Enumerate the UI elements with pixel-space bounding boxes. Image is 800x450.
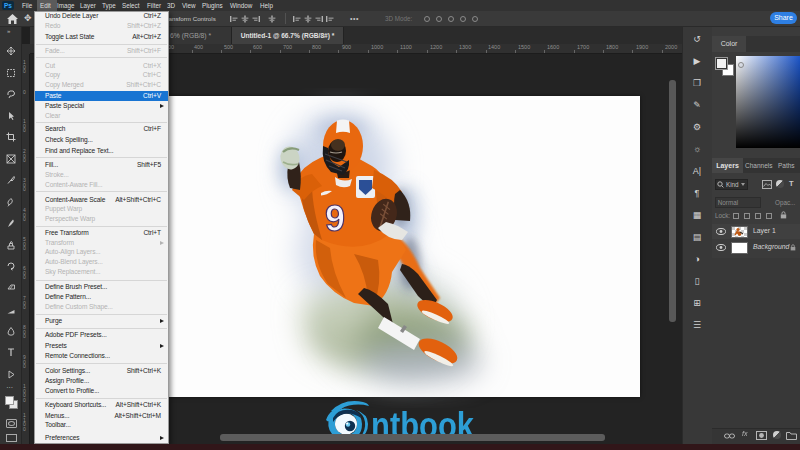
svg-text:9: 9 [325, 198, 345, 239]
